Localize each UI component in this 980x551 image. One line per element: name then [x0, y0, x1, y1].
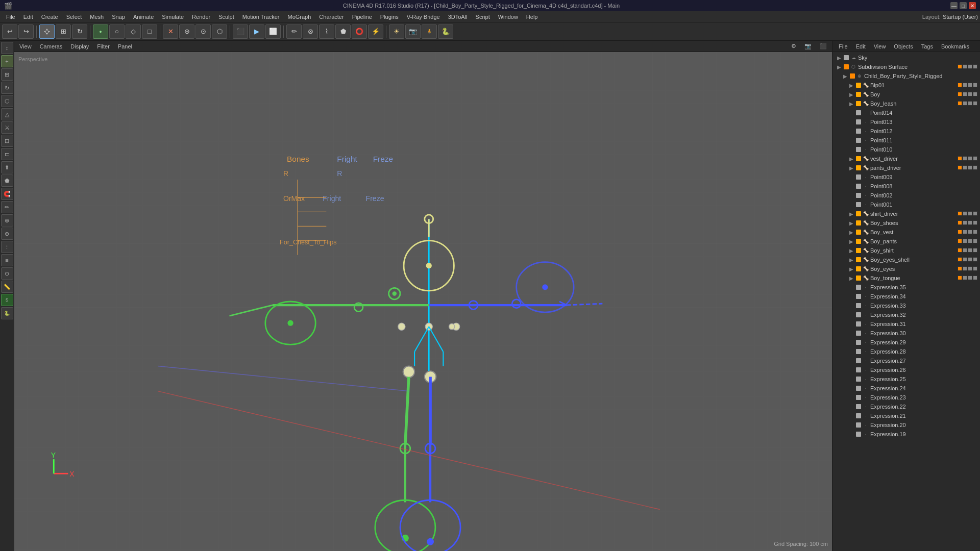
tree-arrow[interactable] — [848, 183, 855, 190]
vp-icon-camera[interactable]: 📷 — [801, 42, 815, 50]
menu-vray[interactable]: V-Ray Bridge — [403, 13, 444, 21]
tree-arrow[interactable] — [848, 118, 855, 126]
camera-tool[interactable]: 📷 — [405, 24, 421, 39]
sidebar-select[interactable]: + — [1, 55, 13, 67]
menu-select[interactable]: Select — [62, 13, 86, 21]
sidebar-move[interactable]: ↕ — [1, 42, 13, 54]
tree-arrow[interactable]: ▶ — [836, 54, 843, 61]
obj-item-expression_25[interactable]: ·Expression.25 — [832, 374, 980, 384]
edge-mode[interactable]: ◇ — [126, 24, 141, 39]
tree-arrow[interactable] — [848, 394, 855, 401]
tree-arrow[interactable]: ▶ — [848, 256, 855, 263]
vp-icon-settings[interactable]: ⚙ — [788, 42, 799, 50]
vp-filter[interactable]: Filter — [94, 43, 112, 50]
obj-item-sky[interactable]: ▶☁Sky — [832, 53, 980, 62]
sidebar-extrude[interactable]: ⬆ — [1, 161, 13, 173]
obj-item-boy_shirt[interactable]: ▶🦴Boy_shirt — [832, 246, 980, 255]
obj-item-expression_23[interactable]: ·Expression.23 — [832, 393, 980, 402]
tree-arrow[interactable]: ▶ — [848, 100, 855, 107]
tree-arrow[interactable]: ▶ — [848, 82, 855, 89]
obj-item-expression_20[interactable]: ·Expression.20 — [832, 420, 980, 430]
obj-item-expression_34[interactable]: ·Expression.34 — [832, 292, 980, 301]
sidebar-weld[interactable]: ⊕ — [1, 228, 13, 240]
rotate-tool[interactable]: ↻ — [72, 24, 87, 39]
render-all[interactable]: ⬜ — [265, 24, 281, 39]
obj-item-expression_24[interactable]: ·Expression.24 — [832, 384, 980, 393]
obj-item-boy[interactable]: ▶🦴Boy — [832, 90, 980, 99]
menu-window[interactable]: Window — [494, 13, 522, 21]
obj-item-expression_22[interactable]: ·Expression.22 — [832, 402, 980, 411]
menu-character[interactable]: Character — [315, 13, 348, 21]
obj-item-expression_21[interactable]: ·Expression.21 — [832, 411, 980, 420]
sidebar-shape[interactable]: ⬡ — [1, 95, 13, 107]
tree-arrow[interactable]: ▶ — [848, 91, 855, 98]
rp-tab-objects[interactable]: Objects — [890, 42, 917, 51]
python-tool[interactable]: 🐍 — [438, 24, 453, 39]
tree-arrow[interactable] — [848, 201, 855, 208]
obj-item-expression_32[interactable]: ·Expression.32 — [832, 310, 980, 319]
object-mode[interactable]: ● — [93, 24, 108, 39]
menu-mograph[interactable]: MoGraph — [283, 13, 315, 21]
obj-item-expression_31[interactable]: ·Expression.31 — [832, 319, 980, 329]
obj-item-subdivision_surface[interactable]: ▶⬡Subdivision Surface — [832, 62, 980, 71]
sidebar-sculpt[interactable]: ⊗ — [1, 214, 13, 227]
obj-item-point013[interactable]: ·Point013 — [832, 117, 980, 127]
close-button[interactable]: ✕ — [969, 2, 976, 9]
menu-3dtoall[interactable]: 3DToAll — [444, 13, 472, 21]
sidebar-loop[interactable]: ⊡ — [1, 135, 13, 147]
obj-item-point012[interactable]: ·Point012 — [832, 127, 980, 136]
maximize-button[interactable]: □ — [960, 2, 967, 9]
render-region[interactable]: ⬛ — [233, 24, 248, 39]
minimize-button[interactable]: — — [950, 2, 958, 9]
obj-item-bip01[interactable]: ▶🦴Bip01 — [832, 81, 980, 90]
obj-item-expression_26[interactable]: ·Expression.26 — [832, 365, 980, 374]
menu-snap[interactable]: Snap — [108, 13, 129, 21]
menu-animate[interactable]: Animate — [129, 13, 158, 21]
obj-item-point009[interactable]: ·Point009 — [832, 172, 980, 182]
deform-tool[interactable]: ⬟ — [335, 24, 351, 39]
menu-render[interactable]: Render — [188, 13, 214, 21]
obj-item-expression_19[interactable]: ·Expression.19 — [832, 430, 980, 439]
poly-select[interactable]: ⬡ — [212, 24, 227, 39]
tree-arrow[interactable] — [848, 403, 855, 410]
dynamics-tool[interactable]: ⚡ — [368, 24, 383, 39]
tree-arrow[interactable] — [848, 348, 855, 355]
obj-item-boy_shoes[interactable]: ▶🦴Boy_shoes — [832, 218, 980, 228]
obj-item-shirt_driver[interactable]: ▶🦴shirt_driver — [832, 209, 980, 218]
vp-cameras[interactable]: Cameras — [37, 43, 66, 50]
tree-arrow[interactable] — [848, 173, 855, 181]
obj-item-expression_35[interactable]: ·Expression.35 — [832, 283, 980, 292]
tree-arrow[interactable] — [848, 146, 855, 153]
sidebar-split[interactable]: ⋮ — [1, 241, 13, 253]
obj-item-point010[interactable]: ·Point010 — [832, 145, 980, 154]
tree-arrow[interactable] — [848, 311, 855, 318]
obj-item-boy_pants[interactable]: ▶🦴Boy_pants — [832, 237, 980, 246]
live-select[interactable]: ✕ — [163, 24, 178, 39]
obj-item-expression_29[interactable]: ·Expression.29 — [832, 338, 980, 347]
rp-tab-bookmarks[interactable]: Bookmarks — [937, 42, 973, 51]
tree-arrow[interactable] — [848, 385, 855, 392]
obj-item-boy_vest[interactable]: ▶🦴Boy_vest — [832, 228, 980, 237]
sidebar-align[interactable]: ≡ — [1, 254, 13, 266]
vp-display[interactable]: Display — [67, 43, 92, 50]
menu-create[interactable]: Create — [37, 13, 62, 21]
sidebar-magnet[interactable]: 🧲 — [1, 188, 13, 200]
sidebar-bridge[interactable]: ⊏ — [1, 148, 13, 160]
obj-item-pants_driver[interactable]: ▶🦴pants_driver — [832, 163, 980, 172]
obj-item-child_boy_party_style_rigged[interactable]: ▶⊕Child_Boy_Party_Style_Rigged — [832, 71, 980, 81]
sidebar-rotate[interactable]: ↻ — [1, 82, 13, 94]
vp-icon-grid[interactable]: ⬛ — [817, 42, 830, 50]
tree-arrow[interactable] — [848, 431, 855, 438]
rp-tab-file[interactable]: File — [835, 42, 852, 51]
obj-item-point001[interactable]: ·Point001 — [832, 200, 980, 209]
tree-arrow[interactable]: ▶ — [848, 265, 855, 272]
rp-tab-edit[interactable]: Edit — [852, 42, 870, 51]
menu-help[interactable]: Help — [522, 13, 542, 21]
poly-mode[interactable]: □ — [142, 24, 157, 39]
obj-item-boy_eyes_shell[interactable]: ▶🦴Boy_eyes_shell — [832, 255, 980, 264]
menu-sculpt[interactable]: Sculpt — [214, 13, 238, 21]
generator-tool[interactable]: ⭕ — [352, 24, 367, 39]
menu-edit[interactable]: Edit — [19, 13, 37, 21]
tree-arrow[interactable]: ▶ — [848, 210, 855, 217]
rp-tab-view[interactable]: View — [870, 42, 890, 51]
